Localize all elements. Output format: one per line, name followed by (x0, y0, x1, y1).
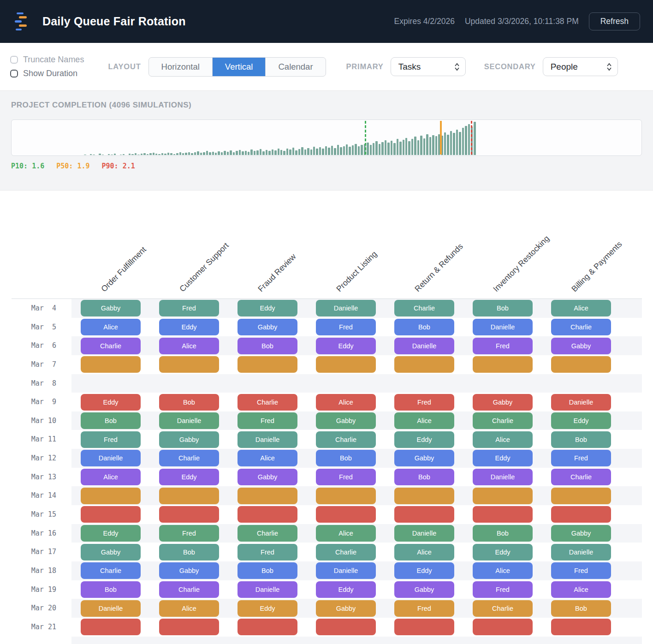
assignment-chip (81, 506, 141, 523)
column-header: Customer Support (178, 241, 231, 294)
app-title: Daily Queue Fair Rotation (42, 15, 186, 28)
assignment-chip (394, 619, 454, 635)
row-date-label: Mar 19 (0, 580, 71, 599)
assignment-chip: Alice (81, 319, 141, 335)
truncate-names-option[interactable]: Truncate Names (10, 55, 84, 65)
assignment-chip (551, 356, 611, 373)
updated-text: Updated 3/3/2026, 10:11:38 PM (465, 17, 579, 26)
assignment-chip: Eddy (551, 412, 611, 429)
column-header: Fraud Review (256, 252, 298, 294)
assignment-chip: Fred (159, 525, 219, 542)
table-row: Mar 19BobCharlieDanielleEddyGabbyFredAli… (0, 580, 653, 599)
assignment-chip: Alice (159, 600, 219, 617)
assignment-chip: Charlie (316, 431, 376, 448)
assignment-chip: Gabby (81, 300, 141, 316)
assignment-chip: Bob (551, 600, 611, 617)
assignment-chip: Gabby (394, 581, 454, 598)
assignment-chip (394, 488, 454, 504)
primary-select-value: Tasks (398, 62, 421, 72)
p90-label: P90: 2.1 (102, 162, 135, 170)
controls-bar: Truncate Names Show Duration LAYOUT Hori… (0, 43, 653, 90)
secondary-select[interactable]: People (543, 57, 618, 76)
table-row: Mar 16EddyFredCharlieAliceDanielleBobGab… (0, 524, 653, 543)
table-row: Mar 17GabbyBobFredCharlieAliceEddyDaniel… (0, 543, 653, 561)
assignment-chip: Alice (473, 431, 533, 448)
assignment-chip: Bob (394, 469, 454, 485)
table-row: Mar 11FredGabbyDanielleCharlieEddyAliceB… (0, 430, 653, 449)
assignment-chip: Fred (237, 544, 297, 561)
assignment-chip: Fred (394, 600, 454, 617)
row-stripe (71, 637, 642, 644)
assignment-chip: Alice (394, 544, 454, 561)
p10-label: P10: 1.6 (11, 162, 44, 170)
assignment-chip (473, 619, 533, 635)
row-date-label: Mar 7 (0, 355, 71, 374)
row-date-label: Mar 10 (0, 411, 71, 430)
p50-marker-line (440, 121, 442, 155)
layout-option-calendar[interactable]: Calendar (265, 58, 325, 76)
secondary-select-value: People (551, 62, 578, 72)
assignment-chip: Eddy (81, 525, 141, 542)
assignment-chip: Danielle (473, 469, 533, 485)
assignment-chip: Gabby (316, 600, 376, 617)
assignment-chip: Danielle (394, 338, 454, 354)
assignment-chip: Danielle (237, 581, 297, 598)
chevron-updown-icon (454, 62, 460, 72)
row-date-label: Mar 18 (0, 561, 71, 580)
show-duration-checkbox[interactable] (10, 70, 18, 78)
row-date-label: Mar 17 (0, 543, 71, 561)
assignment-chip: Charlie (316, 544, 376, 561)
show-duration-option[interactable]: Show Duration (10, 69, 84, 78)
assignment-chip (81, 356, 141, 373)
assignment-chip: Eddy (159, 469, 219, 485)
assignment-chip: Eddy (81, 394, 141, 411)
row-date-label: Mar 15 (0, 505, 71, 524)
table-row: Mar 13AliceEddyGabbyFredBobDanielleCharl… (0, 468, 653, 487)
assignment-chip (159, 619, 219, 635)
assignment-chip: Alice (551, 581, 611, 598)
assignment-chip: Charlie (473, 600, 533, 617)
column-header: Order Fulfillment (99, 245, 148, 294)
primary-select[interactable]: Tasks (391, 57, 466, 76)
table-row: Mar 21 (0, 618, 653, 637)
layout-option-vertical[interactable]: Vertical (212, 58, 266, 76)
table-row: Mar 5AliceEddyGabbyFredBobDanielleCharli… (0, 318, 653, 337)
assignment-chip: Gabby (159, 562, 219, 579)
assignment-chip (237, 506, 297, 523)
assignment-chip (237, 356, 297, 373)
assignment-chip: Fred (316, 469, 376, 485)
assignment-chip: Bob (237, 338, 297, 354)
assignment-chip: Alice (551, 300, 611, 316)
truncate-names-label: Truncate Names (23, 55, 84, 65)
truncate-names-checkbox[interactable] (10, 56, 18, 64)
assignment-chip: Alice (394, 412, 454, 429)
assignment-chip: Gabby (394, 450, 454, 466)
assignment-chip: Eddy (237, 600, 297, 617)
secondary-label: SECONDARY (484, 62, 536, 71)
row-date-label: Mar 20 (0, 599, 71, 618)
row-date-label: Mar 12 (0, 449, 71, 468)
assignment-chip (159, 488, 219, 504)
assignment-chip: Alice (473, 562, 533, 579)
assignment-chip: Gabby (551, 338, 611, 354)
column-header: Billing & Payments (570, 239, 624, 294)
p50-label: P50: 1.9 (56, 162, 89, 170)
assignment-chip (394, 356, 454, 373)
table-row: Mar 4GabbyFredEddyDanielleCharlieBobAlic… (0, 299, 653, 318)
assignment-chip: Eddy (394, 431, 454, 448)
assignment-chip: Danielle (237, 431, 297, 448)
row-date-label: Mar 9 (0, 393, 71, 411)
completion-histogram (11, 119, 642, 156)
assignment-chip (551, 488, 611, 504)
expires-text: Expires 4/2/2026 (394, 17, 455, 26)
assignment-chip: Danielle (159, 412, 219, 429)
layout-option-horizontal[interactable]: Horizontal (149, 58, 212, 76)
assignment-chip: Gabby (473, 394, 533, 411)
assignment-chip: Bob (473, 300, 533, 316)
table-row: Mar 15 (0, 505, 653, 524)
refresh-button[interactable]: Refresh (589, 12, 640, 30)
assignment-chip (473, 506, 533, 523)
layout-segmented-control: HorizontalVerticalCalendar (148, 57, 326, 77)
assignment-chip: Charlie (394, 300, 454, 316)
table-row: Mar 18CharlieGabbyBobDanielleEddyAliceFr… (0, 561, 653, 580)
